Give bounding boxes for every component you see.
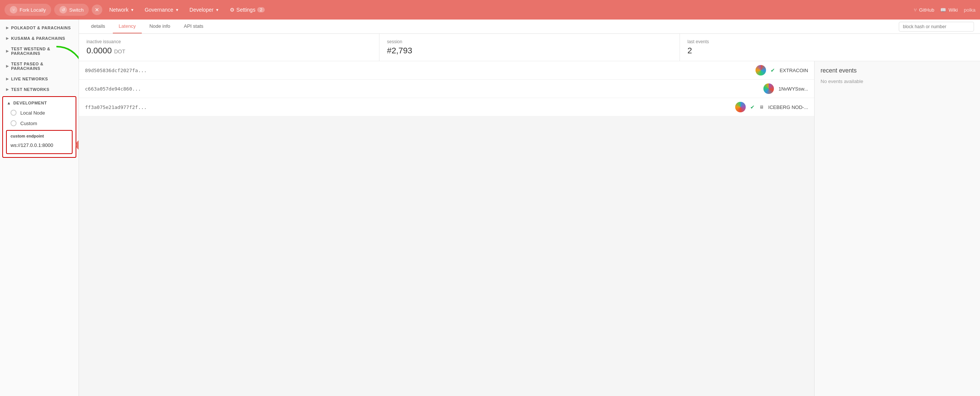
block-search-input[interactable] (899, 22, 974, 32)
node-hash-0: 89d505836dcf2027fa... (85, 68, 751, 73)
development-section: ▲ DEVELOPMENT Local Node Custom custom e… (2, 96, 76, 158)
recent-events-title: recent events (821, 67, 974, 74)
settings-gear-icon: ⚙ (230, 7, 235, 13)
live-collapse-icon: ▶ (6, 77, 9, 81)
custom-radio[interactable] (11, 120, 16, 126)
node-icon-2 (735, 102, 746, 112)
westend-collapse-icon: ▶ (6, 49, 9, 53)
stats-row: inactive issuance 0.0000 DOT session #2,… (79, 34, 980, 61)
governance-button[interactable]: Governance ▼ (141, 5, 183, 15)
stat-inactive-issuance-value: 0.0000 DOT (86, 46, 372, 55)
sidebar-group-polkadot[interactable]: ▶ POLKADOT & PARACHAINS (0, 22, 79, 33)
switch-button[interactable]: ↺ Switch (54, 4, 89, 16)
sidebar-item-local-node[interactable]: Local Node (3, 108, 76, 118)
main-content: details Latency Node info API stats inac… (79, 19, 980, 396)
custom-label: Custom (20, 120, 37, 126)
stat-session: session #2,793 (379, 34, 680, 61)
content-area: 89d505836dcf2027fa... ✔ EXTRACOIN c663a0… (79, 61, 980, 396)
local-node-radio[interactable] (11, 110, 16, 116)
wiki-link[interactable]: 📖 Wiki (940, 7, 958, 13)
polkadot-collapse-icon: ▶ (6, 26, 9, 30)
dev-collapse-icon: ▲ (7, 101, 11, 105)
wiki-label: Wiki (948, 7, 958, 13)
verified-icon-0: ✔ (770, 67, 775, 73)
table-row[interactable]: ff3a075e21ad977f2f... ✔ 🖥 ICEBERG NOD-..… (79, 98, 814, 116)
tabs-row: details Latency Node info API stats (79, 19, 980, 34)
monitor-icon-2: 🖥 (759, 105, 764, 110)
developer-chevron-icon: ▼ (215, 8, 219, 12)
switch-icon: ↺ (59, 6, 67, 14)
sidebar-group-test[interactable]: ▶ TEST NETWORKS (0, 84, 79, 95)
network-chevron-icon: ▼ (130, 8, 134, 12)
stat-inactive-issuance-label: inactive issuance (86, 39, 372, 44)
stat-last-events-value: 2 (687, 46, 972, 55)
node-list: 89d505836dcf2027fa... ✔ EXTRACOIN c663a0… (79, 61, 815, 396)
sidebar-group-live-label: LIVE NETWORKS (11, 77, 48, 81)
settings-label: Settings (237, 7, 256, 13)
node-hash-2: ff3a075e21ad977f2f... (85, 105, 731, 110)
stat-session-label: session (387, 39, 672, 44)
node-name-0: EXTRACOIN (780, 68, 808, 73)
local-node-label: Local Node (20, 110, 45, 116)
node-icon-1 (764, 83, 774, 94)
sidebar-group-westend-label: TEST WESTEND & PARACHAINS (11, 47, 73, 55)
stat-last-events-label: last events (687, 39, 972, 44)
save-endpoint-button[interactable]: 💾 (76, 140, 79, 150)
tab-node-info[interactable]: Node info (143, 19, 177, 33)
github-link[interactable]: ⑂ GitHub (914, 7, 934, 13)
stat-inactive-issuance: inactive issuance 0.0000 DOT (79, 34, 379, 61)
custom-endpoint-input[interactable] (11, 143, 74, 148)
tab-latency[interactable]: Latency (113, 19, 142, 33)
verified-icon-2: ✔ (750, 104, 755, 110)
node-hash-1: c663a057de94c860... (85, 86, 759, 92)
custom-endpoint-label: custom endpoint (11, 134, 68, 138)
network-label: Network (109, 7, 128, 13)
stat-last-events: last events 2 (680, 34, 980, 61)
sidebar-group-development-label: DEVELOPMENT (13, 101, 47, 105)
sidebar: ▶ POLKADOT & PARACHAINS ▶ KUSAMA & PARAC… (0, 19, 79, 396)
settings-badge: 2 (257, 7, 265, 13)
sidebar-group-test-label: TEST NETWORKS (11, 87, 49, 92)
test-collapse-icon: ▶ (6, 87, 9, 91)
developer-button[interactable]: Developer ▼ (186, 5, 223, 15)
wiki-icon: 📖 (940, 7, 946, 13)
custom-endpoint-input-row: 💾 (11, 140, 68, 150)
stat-session-value: #2,793 (387, 46, 672, 55)
table-row[interactable]: 89d505836dcf2027fa... ✔ EXTRACOIN (79, 61, 814, 80)
kusama-collapse-icon: ▶ (6, 36, 9, 40)
sidebar-item-custom[interactable]: Custom (3, 118, 76, 128)
sidebar-group-live[interactable]: ▶ LIVE NETWORKS (0, 74, 79, 84)
sidebar-group-polkadot-label: POLKADOT & PARACHAINS (11, 25, 71, 30)
sidebar-group-paseo[interactable]: ▶ TEST PASEO & PARACHAINS (0, 59, 79, 74)
no-events-text: No events available (821, 79, 974, 84)
network-button[interactable]: Network ▼ (105, 5, 138, 15)
fork-locally-button[interactable]: ⑂ Fork Locally (5, 4, 51, 16)
custom-endpoint-box: custom endpoint 💾 (6, 130, 73, 154)
stat-dot-unit: DOT (114, 49, 125, 54)
governance-chevron-icon: ▼ (175, 8, 179, 12)
switch-label: Switch (69, 7, 83, 13)
sidebar-group-westend[interactable]: ▶ TEST WESTEND & PARACHAINS (0, 44, 79, 59)
github-icon: ⑂ (914, 7, 917, 13)
developer-label: Developer (189, 7, 213, 13)
sidebar-group-kusama[interactable]: ▶ KUSAMA & PARACHAINS (0, 33, 79, 44)
tabs: details Latency Node info API stats (79, 19, 899, 33)
recent-events-panel: recent events No events available (815, 61, 980, 396)
close-button[interactable]: ✕ (92, 5, 102, 15)
node-name-2: ICEBERG NOD-... (768, 105, 808, 110)
polka-text: polka (964, 7, 975, 13)
tab-details[interactable]: details (85, 19, 111, 33)
settings-button[interactable]: ⚙ Settings 2 (226, 5, 269, 15)
sidebar-group-kusama-label: KUSAMA & PARACHAINS (11, 36, 65, 41)
tab-api-stats[interactable]: API stats (178, 19, 210, 33)
paseo-collapse-icon: ▶ (6, 64, 9, 68)
table-row[interactable]: c663a057de94c860... 1NvWYSsw... (79, 80, 814, 98)
header: ⑂ Fork Locally ↺ Switch ✕ Network ▼ Gove… (0, 0, 980, 19)
node-icon-0 (756, 65, 766, 76)
sidebar-group-development[interactable]: ▲ DEVELOPMENT (3, 98, 76, 108)
layout: ▶ POLKADOT & PARACHAINS ▶ KUSAMA & PARAC… (0, 19, 980, 396)
governance-label: Governance (145, 7, 173, 13)
github-label: GitHub (919, 7, 934, 13)
fork-locally-label: Fork Locally (19, 7, 46, 13)
sidebar-group-paseo-label: TEST PASEO & PARACHAINS (11, 62, 73, 71)
